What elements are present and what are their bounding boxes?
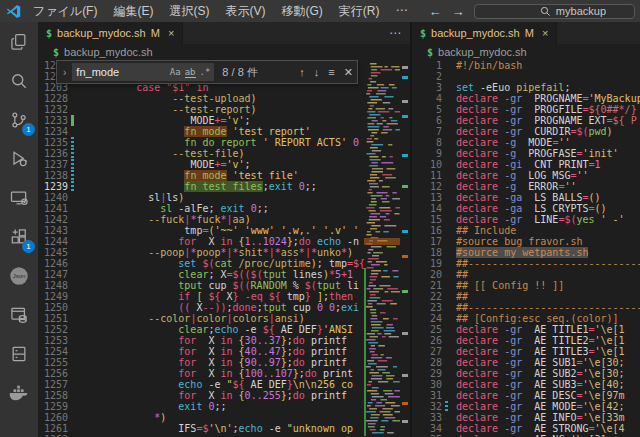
- code-line[interactable]: 1233 _MODE+='v';: [38, 115, 364, 126]
- nav-back-button[interactable]: ←: [428, 4, 441, 19]
- menu-item-6[interactable]: ⋯: [388, 1, 414, 22]
- code-line[interactable]: 18#source my_wetpants.sh: [412, 247, 640, 258]
- overview-ruler[interactable]: [400, 60, 410, 437]
- code-line[interactable]: 1241 sl -alFe; exit 0;;: [38, 203, 364, 214]
- code-line[interactable]: 1258 for _X in {0..255};do printf: [38, 390, 364, 401]
- find-expand-chevron[interactable]: ›: [61, 67, 68, 78]
- minimap[interactable]: [364, 60, 400, 437]
- code-line[interactable]: 7declare -gr _CURDIR=$(pwd): [412, 126, 640, 137]
- code-line[interactable]: 1244 for _X in {1..1024};do echo -n: [38, 236, 364, 247]
- close-tab-icon[interactable]: ×: [542, 27, 548, 39]
- explorer-icon[interactable]: [0, 22, 38, 61]
- code-line[interactable]: 11declare -g _LOG_MSG='': [412, 170, 640, 181]
- code-line[interactable]: 23##------------------------------: [412, 302, 640, 313]
- code-line[interactable]: 3set -eEuo pipefail;: [412, 82, 640, 93]
- code-line[interactable]: 30declare -gr _AE_SUB3='\e[40;: [412, 379, 640, 390]
- code-line[interactable]: 1259 exit 0;;: [38, 401, 364, 412]
- search-sidebar-icon[interactable]: [0, 61, 38, 100]
- code-line[interactable]: 1228 --test-upload): [38, 93, 364, 104]
- menu-item-5[interactable]: 実行(R): [332, 1, 387, 22]
- code-line[interactable]: 24## [Config:esc seq.(color)]: [412, 313, 640, 324]
- code-line[interactable]: 9declare -g _PROGFASE='init': [412, 148, 640, 159]
- find-previous-button[interactable]: ↑: [299, 66, 305, 79]
- code-line[interactable]: 1261 IFS=$'\n';echo -e "unknown op: [38, 423, 364, 434]
- code-line[interactable]: 1247 clear;_X=$(($(tput lines)*5+1: [38, 269, 364, 280]
- code-line[interactable]: 13declare -ga _LS_BALLS=(): [412, 192, 640, 203]
- code-line[interactable]: 1242 --fuck|*fuck*|aa): [38, 214, 364, 225]
- code-line[interactable]: 32declare -gr _AE_MODE='\e[42;: [412, 401, 640, 412]
- code-line[interactable]: 1232 --test-report): [38, 104, 364, 115]
- command-center-search[interactable]: mybackup: [474, 4, 635, 19]
- code-line[interactable]: 1238 fn_mode 'test file': [38, 170, 364, 181]
- whole-word-toggle[interactable]: ab: [185, 67, 196, 78]
- right-breadcrumb[interactable]: $ backup_mydoc.sh: [412, 44, 640, 60]
- menu-item-4[interactable]: 移動(G): [274, 1, 329, 22]
- code-line[interactable]: 1239 fn_test_files;exit 0;;: [38, 181, 364, 192]
- source-control-icon[interactable]: 1: [0, 100, 38, 139]
- json-tool-icon[interactable]: Json: [0, 256, 38, 295]
- code-line[interactable]: 22##: [412, 291, 640, 302]
- code-line[interactable]: 1260 *): [38, 412, 364, 423]
- find-in-selection-button[interactable]: ≡: [328, 66, 334, 79]
- code-line[interactable]: 10declare -gi _CNT_PRINT=1: [412, 159, 640, 170]
- tab-backup-mydoc-left[interactable]: $ backup_mydoc.sh M ×: [38, 22, 183, 44]
- code-line[interactable]: 29declare -gr _AE_SUB2='\e[30;: [412, 368, 640, 379]
- code-line[interactable]: 1248 tput cup $((RANDOM % $(tput li: [38, 280, 364, 291]
- match-case-toggle[interactable]: Aa: [170, 67, 181, 77]
- code-line[interactable]: 1249 if [ ${_X} -eq ${_tmp} ];then: [38, 291, 364, 302]
- find-input[interactable]: fn_mode Aa ab .*: [72, 63, 214, 81]
- code-line[interactable]: 20##: [412, 269, 640, 280]
- regex-toggle[interactable]: .*: [200, 67, 211, 77]
- storage-icon[interactable]: [0, 334, 38, 373]
- code-line[interactable]: 5declare -gr _PROGFILE=${0##*/}: [412, 104, 640, 115]
- menu-item-0[interactable]: ファイル(F): [26, 1, 104, 22]
- code-line[interactable]: 28declare -gr _AE_SUB1='\e[30;: [412, 357, 640, 368]
- code-line[interactable]: 14declare -ga _LS_CRYPTS=(): [412, 203, 640, 214]
- code-line[interactable]: 19##------------------------------: [412, 258, 640, 269]
- docker-icon[interactable]: [0, 373, 38, 412]
- left-breadcrumb[interactable]: $ backup_mydoc.sh: [38, 44, 410, 60]
- code-line[interactable]: 26declare -gr _AE_TITLE2='\e[1: [412, 335, 640, 346]
- nav-forward-button[interactable]: →: [451, 4, 464, 19]
- menu-item-2[interactable]: 選択(S): [162, 1, 216, 22]
- code-line[interactable]: 1237 _MODE+='v';: [38, 159, 364, 170]
- code-line[interactable]: 27declare -gr _AE_TITLE3='\e[1: [412, 346, 640, 357]
- menu-item-1[interactable]: 編集(E): [106, 1, 160, 22]
- code-line[interactable]: 1234 fn_mode 'test report': [38, 126, 364, 137]
- code-line[interactable]: 1256 for _X in {100..107};do print: [38, 368, 364, 379]
- find-close-button[interactable]: ✕: [344, 66, 353, 79]
- code-line[interactable]: 25declare -gr _AE_TITLE1='\e[1: [412, 324, 640, 335]
- tab-backup-mydoc-right[interactable]: $ backup_mydoc.sh M ×: [412, 22, 557, 44]
- code-line[interactable]: 8declare -g _MODE='': [412, 137, 640, 148]
- code-line[interactable]: 6declare -gr _PROGNAME_EXT=${_P: [412, 115, 640, 126]
- code-line[interactable]: 1250 ((_X--));done;tput cup 0 0;exi: [38, 302, 364, 313]
- code-line[interactable]: 1255 for _X in {90..97};do printf: [38, 357, 364, 368]
- code-line[interactable]: 34declare -gr _AE_STRONG='\e[4: [412, 423, 640, 434]
- code-line[interactable]: 4declare -gr _PROGNAME='MyBackup': [412, 93, 640, 104]
- code-line[interactable]: 1253 for _X in {30..37};do printf: [38, 335, 364, 346]
- code-line[interactable]: 33declare -gr _AE_INFO='\e[33m: [412, 412, 640, 423]
- code-line[interactable]: 2: [412, 71, 640, 82]
- code-line[interactable]: 1252 clear;echo -e ${_AE_DEF}'ANSI: [38, 324, 364, 335]
- code-line[interactable]: 21## [[ Config !! ]]: [412, 280, 640, 291]
- editor-actions-more[interactable]: ⋯: [381, 22, 410, 44]
- code-line[interactable]: 1240 sl|ls): [38, 192, 364, 203]
- database-icon[interactable]: [0, 295, 38, 334]
- code-line[interactable]: 1254 for _X in {40..47};do printf: [38, 346, 364, 357]
- code-line[interactable]: 15declare -gr _LINE=$(yes ' -': [412, 214, 640, 225]
- extensions-icon[interactable]: 1: [0, 217, 38, 256]
- run-debug-icon[interactable]: [0, 139, 38, 178]
- code-line[interactable]: 1236 --test-file): [38, 148, 364, 159]
- code-line[interactable]: 1246 set $(cat /proc/uptime);_tmp=${: [38, 258, 364, 269]
- menu-item-3[interactable]: 表示(V): [218, 1, 272, 22]
- code-line[interactable]: 1235 fn_do_report '_REPORT_ACTS' 0 "$: [38, 137, 364, 148]
- code-line[interactable]: 16## Include: [412, 225, 640, 236]
- code-line[interactable]: 1251 --color|color|colors|ansi): [38, 313, 364, 324]
- code-line[interactable]: 1#!/bin/bash: [412, 60, 640, 71]
- code-line[interactable]: 12declare -g _ERROR='': [412, 181, 640, 192]
- remote-explorer-icon[interactable]: [0, 178, 38, 217]
- code-line[interactable]: 17#source bug_fravor.sh: [412, 236, 640, 247]
- code-line[interactable]: 1245 --poop|*poop*|*shit*|*ass*|*unko*): [38, 247, 364, 258]
- code-line[interactable]: 1257 echo -e "${_AE_DEF}\n\n256 co: [38, 379, 364, 390]
- code-line[interactable]: 31declare -gr _AE_DESC='\e[97m: [412, 390, 640, 401]
